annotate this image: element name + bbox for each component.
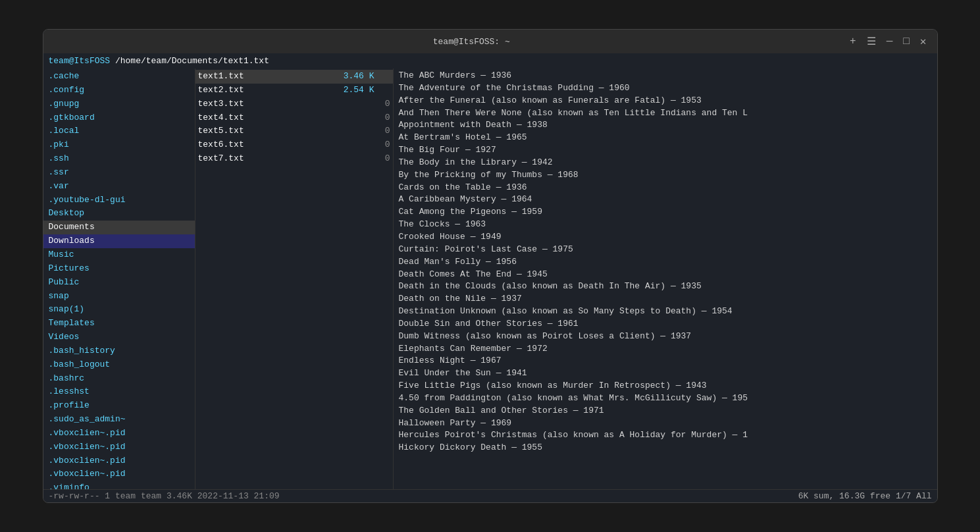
right-panel-item: The ABC Murders — 1936: [399, 70, 932, 82]
right-panel-item: The Big Four — 1927: [399, 144, 932, 157]
titlebar: team@ItsFOSS: ~ + ☰ — □ ✕: [43, 30, 937, 53]
left-panel-item[interactable]: .ssh: [43, 152, 195, 166]
right-panel-item: The Body in the Library — 1942: [399, 157, 932, 169]
left-panel-item[interactable]: snap: [43, 290, 195, 304]
content-area: team@ItsFOSS /home/team/Documents/text1.…: [43, 53, 937, 502]
right-panel-item: After the Funeral (also known as Funeral…: [399, 95, 932, 107]
right-panel-item: Double Sin and Other Stories — 1961: [399, 318, 932, 331]
left-panel-item[interactable]: Templates: [43, 317, 195, 331]
left-panel-item[interactable]: .lesshst: [43, 385, 195, 399]
status-left: -rw-rw-r-- 1 team team 3.46K 2022-11-13 …: [49, 491, 280, 501]
left-panel-item[interactable]: .profile: [43, 399, 195, 413]
path-bar: team@ItsFOSS /home/team/Documents/text1.…: [43, 53, 937, 68]
right-panel-item: Curtain: Poirot's Last Case — 1975: [399, 244, 932, 256]
right-panel-item: Cat Among the Pigeons — 1959: [399, 206, 932, 219]
right-panel-item: At Bertram's Hotel — 1965: [399, 132, 932, 144]
status-right: 6K sum, 16.3G free 1/7 All: [798, 491, 932, 501]
left-panel-item[interactable]: .var: [43, 180, 195, 194]
file-size: 3.46 K: [335, 70, 374, 83]
path-text: /home/team/Documents/text1.txt: [110, 56, 269, 66]
right-panel-item: Dumb Witness (also known as Poirot Loses…: [399, 331, 932, 343]
titlebar-controls[interactable]: + ☰ — □ ✕: [850, 35, 926, 48]
menu-button[interactable]: ☰: [867, 35, 876, 48]
file-size: [335, 125, 374, 138]
left-panel-item[interactable]: .bash_logout: [43, 358, 195, 372]
file-num: 0: [377, 125, 390, 138]
file-name: text6.txt: [198, 139, 335, 151]
file-name: text3.txt: [198, 98, 335, 111]
close-button[interactable]: ✕: [920, 35, 927, 48]
right-panel-item: Endless Night — 1967: [399, 355, 932, 367]
right-panel-item: Appointment with Death — 1938: [399, 119, 932, 132]
maximize-button[interactable]: □: [903, 36, 910, 47]
file-name: text1.txt: [198, 70, 335, 83]
file-name: text7.txt: [198, 153, 335, 165]
right-panel-item: Five Little Pigs (also known as Murder I…: [399, 380, 932, 392]
left-panel-item[interactable]: .sudo_as_admin~: [43, 413, 195, 427]
right-panel-item: A Caribbean Mystery — 1964: [399, 194, 932, 206]
left-panel-item[interactable]: .viminfo: [43, 481, 195, 489]
left-panel-item[interactable]: .vboxclien~.pid: [43, 427, 195, 440]
file-name: text5.txt: [198, 125, 335, 138]
middle-panel-item[interactable]: text5.txt0: [195, 124, 393, 138]
right-panel-item: Death Comes At The End — 1945: [399, 269, 932, 281]
file-num: 0: [377, 153, 390, 165]
left-panel-item[interactable]: Music: [43, 248, 195, 262]
left-panel-item[interactable]: Videos: [43, 331, 195, 344]
left-panel-item[interactable]: .bash_history: [43, 344, 195, 358]
right-panel-item: Cards on the Table — 1936: [399, 182, 932, 194]
left-panel-item[interactable]: .vboxclien~.pid: [43, 467, 195, 481]
middle-panel-item[interactable]: text6.txt0: [195, 138, 393, 152]
left-panel-item[interactable]: .gnupg: [43, 97, 195, 111]
middle-panel: text1.txt3.46 Ktext2.txt2.54 Ktext3.txt0…: [195, 68, 393, 489]
new-tab-button[interactable]: +: [850, 36, 856, 47]
path-prefix: team@ItsFOSS: [49, 56, 111, 66]
terminal-window: team@ItsFOSS: ~ + ☰ — □ ✕ team@ItsFOSS /…: [43, 29, 938, 503]
left-panel-item[interactable]: .cache: [43, 70, 195, 84]
left-panel-item[interactable]: .bashrc: [43, 372, 195, 386]
right-panel-item: Elephants Can Remember — 1972: [399, 343, 932, 356]
left-panel-item[interactable]: .config: [43, 84, 195, 97]
middle-panel-item[interactable]: text2.txt2.54 K: [195, 84, 393, 97]
left-panel-item[interactable]: .youtube-dl-gui: [43, 194, 195, 207]
right-panel-item: Evil Under the Sun — 1941: [399, 367, 932, 380]
right-panel-item: By the Pricking of my Thumbs — 1968: [399, 169, 932, 182]
file-size: [335, 139, 374, 151]
right-panel-item: Destination Unknown (also known as So Ma…: [399, 306, 932, 318]
status-bar: -rw-rw-r-- 1 team team 3.46K 2022-11-13 …: [43, 489, 937, 502]
right-panel-item: Hercules Poirot's Christmas (also known …: [399, 429, 932, 442]
middle-panel-item[interactable]: text3.txt0: [195, 97, 393, 111]
left-panel-item[interactable]: Documents: [43, 221, 195, 234]
file-name: text4.txt: [198, 112, 335, 124]
file-num: [377, 70, 390, 83]
left-panel-item[interactable]: Downloads: [43, 234, 195, 248]
file-size: [335, 153, 374, 165]
right-panel-item: Death on the Nile — 1937: [399, 293, 932, 306]
left-panel-item[interactable]: .local: [43, 124, 195, 138]
left-panel-item[interactable]: .vboxclien~.pid: [43, 454, 195, 468]
left-panel-item[interactable]: .vboxclien~.pid: [43, 440, 195, 454]
right-panel-item: And Then There Were None (also known as …: [399, 107, 932, 120]
left-panel-item[interactable]: .pki: [43, 138, 195, 152]
right-panel-item: Halloween Party — 1969: [399, 417, 932, 430]
left-panel-item[interactable]: snap(1): [43, 303, 195, 317]
left-panel-item[interactable]: Pictures: [43, 262, 195, 276]
file-num: 0: [377, 139, 390, 151]
middle-panel-item[interactable]: text7.txt0: [195, 152, 393, 166]
file-size: 2.54 K: [335, 84, 374, 97]
middle-panel-item[interactable]: text1.txt3.46 K: [195, 70, 393, 84]
right-panel-item: Death in the Clouds (also known as Death…: [399, 280, 932, 293]
right-panel-item: 4.50 from Paddington (also known as What…: [399, 392, 932, 405]
right-panel-item: The Clocks — 1963: [399, 219, 932, 231]
left-panel-item[interactable]: Desktop: [43, 207, 195, 221]
middle-panel-item[interactable]: text4.txt0: [195, 111, 393, 125]
file-name: text2.txt: [198, 84, 335, 97]
left-panel-item[interactable]: .gtkboard: [43, 111, 195, 125]
file-num: [377, 84, 390, 97]
right-panel-item: The Adventure of the Christmas Pudding —…: [399, 82, 932, 95]
left-panel-item[interactable]: .ssr: [43, 166, 195, 180]
minimize-button[interactable]: —: [887, 36, 893, 47]
right-panel-item: Hickory Dickory Death — 1955: [399, 442, 932, 454]
left-panel: .cache.config.gnupg.gtkboard.local.pki.s…: [43, 68, 195, 489]
left-panel-item[interactable]: Public: [43, 276, 195, 290]
